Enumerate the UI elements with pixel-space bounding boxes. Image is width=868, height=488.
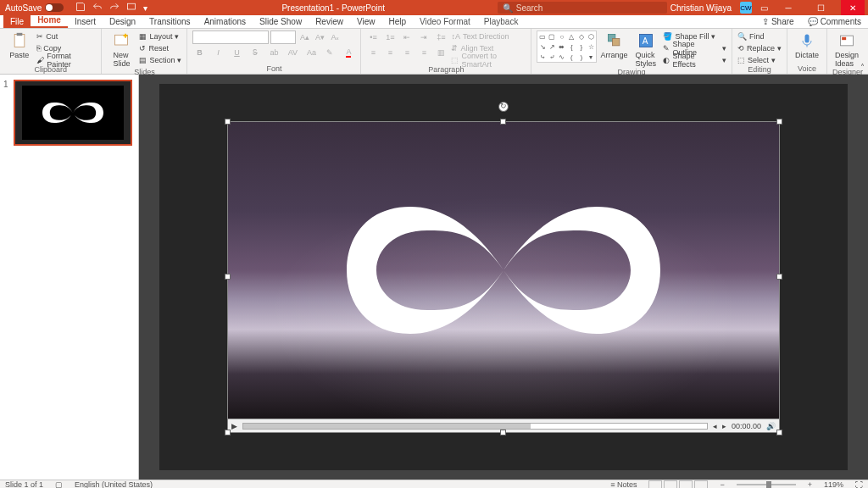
work-area: 1 ▶ ◂ ▸ xyxy=(0,75,868,480)
user-avatar[interactable]: CW xyxy=(740,2,752,14)
tab-design[interactable]: Design xyxy=(103,15,142,28)
slide-counter[interactable]: Slide 1 of 1 xyxy=(5,480,43,489)
slide-thumbnail-1[interactable] xyxy=(14,80,132,146)
maximize-button[interactable]: ☐ xyxy=(809,0,832,15)
group-voice: Dictate Voice xyxy=(787,29,827,74)
autosave-switch-icon[interactable] xyxy=(45,3,64,12)
svg-rect-5 xyxy=(612,39,619,46)
shapes-gallery[interactable]: ▭▢○△◇⬡ ↘↗⬌{}☆ ⤷⤶∿()▾ xyxy=(537,30,597,63)
resize-handle-br[interactable] xyxy=(776,430,782,435)
tab-home[interactable]: Home xyxy=(31,14,68,28)
shape-fill-icon: 🪣 xyxy=(663,32,672,41)
select-button[interactable]: ⬚Select▾ xyxy=(737,54,782,65)
design-ideas-button[interactable]: Design Ideas xyxy=(832,30,861,68)
format-painter-button[interactable]: 🖌Format Painter xyxy=(36,54,96,65)
user-name[interactable]: Christian Wijaya xyxy=(670,3,732,13)
tab-review[interactable]: Review xyxy=(309,15,350,28)
new-slide-button[interactable]: New Slide xyxy=(107,30,136,68)
undo-icon[interactable] xyxy=(92,2,103,14)
fit-to-window-icon[interactable]: ⛶ xyxy=(855,480,863,489)
search-box[interactable]: 🔍 Search xyxy=(498,2,667,14)
tab-slideshow[interactable]: Slide Show xyxy=(253,15,309,28)
volume-icon[interactable]: 🔊 xyxy=(766,422,776,430)
chevron-down-icon: ▾ xyxy=(771,56,776,64)
smartart-icon: ⬚ xyxy=(451,56,459,64)
resize-handle-tr[interactable] xyxy=(776,119,782,125)
resize-handle-tm[interactable] xyxy=(500,119,506,125)
thumb-number: 1 xyxy=(3,80,8,89)
tab-view[interactable]: View xyxy=(350,15,382,28)
zoom-level[interactable]: 119% xyxy=(824,480,843,489)
sorter-view-icon[interactable] xyxy=(664,480,677,489)
resize-handle-tl[interactable] xyxy=(225,119,231,125)
resize-handle-bm[interactable] xyxy=(500,430,506,435)
infinity-icon xyxy=(39,97,107,128)
tab-insert[interactable]: Insert xyxy=(68,15,103,28)
language-indicator[interactable]: English (United States) xyxy=(75,480,153,489)
zoom-in-icon[interactable]: + xyxy=(808,480,812,489)
qat-dropdown-icon[interactable]: ▾ xyxy=(143,3,147,13)
resize-handle-ml[interactable] xyxy=(225,274,231,280)
tab-animations[interactable]: Animations xyxy=(198,15,253,28)
resize-handle-bl[interactable] xyxy=(225,430,231,435)
redo-icon[interactable] xyxy=(109,2,120,14)
comments-button[interactable]: 💬Comments xyxy=(801,15,868,28)
autosave-toggle[interactable]: AutoSave xyxy=(0,3,69,13)
video-object[interactable]: ▶ ◂ ▸ 00:00.00 🔊 xyxy=(227,121,780,433)
replace-button[interactable]: ⟲Replace▾ xyxy=(737,42,782,53)
align-center-icon: ≡ xyxy=(383,46,397,59)
tab-file[interactable]: File xyxy=(3,15,31,28)
chevron-down-icon: ▾ xyxy=(177,56,181,64)
shape-effects-button[interactable]: ◐Shape Effects▾ xyxy=(663,54,726,65)
quick-styles-icon: A xyxy=(637,32,654,49)
group-paragraph: •≡ 1≡ ⇤ ⇥ ‡≡ ≡ ≡ ≡ ≡ ▥ ↕AText Direction … xyxy=(361,29,531,74)
tab-video-format[interactable]: Video Format xyxy=(413,15,477,28)
slide-thumbnail-pane[interactable]: 1 xyxy=(0,75,139,480)
rotate-handle[interactable] xyxy=(498,102,509,112)
zoom-out-icon[interactable]: − xyxy=(720,480,724,489)
reset-button[interactable]: ↺Reset xyxy=(139,42,181,53)
step-forward-icon[interactable]: ▸ xyxy=(722,422,726,430)
cut-button[interactable]: ✂Cut xyxy=(36,30,96,42)
align-left-icon: ≡ xyxy=(366,46,380,59)
arrange-icon xyxy=(606,32,623,49)
group-font: A▴ A▾ Aₓ B I U S̶ ab AV Aa ✎ A Font xyxy=(187,29,361,74)
group-label: Clipboard xyxy=(5,65,96,75)
search-placeholder: Search xyxy=(516,3,543,13)
layout-button[interactable]: ▦Layout▾ xyxy=(139,30,181,42)
video-progress[interactable] xyxy=(242,423,708,430)
format-painter-icon: 🖌 xyxy=(36,56,44,64)
slideshow-view-icon[interactable] xyxy=(694,480,708,489)
quick-styles-button[interactable]: A Quick Styles xyxy=(632,30,659,68)
slide-canvas[interactable]: ▶ ◂ ▸ 00:00.00 🔊 xyxy=(139,75,868,480)
save-icon[interactable] xyxy=(75,2,86,14)
title-bar: AutoSave ▾ Presentation1 - PowerPoint 🔍 … xyxy=(0,0,868,15)
step-back-icon[interactable]: ◂ xyxy=(713,422,717,430)
design-ideas-icon xyxy=(838,32,855,49)
text-direction-button: ↕AText Direction xyxy=(451,30,526,42)
zoom-slider[interactable] xyxy=(737,484,796,485)
minimize-button[interactable]: ─ xyxy=(776,0,800,15)
spellcheck-icon[interactable]: ▢ xyxy=(55,480,63,489)
close-button[interactable]: ✕ xyxy=(841,0,865,15)
ribbon-display-icon[interactable]: ▭ xyxy=(760,3,768,13)
slide-1: ▶ ◂ ▸ 00:00.00 🔊 xyxy=(159,84,848,470)
tab-playback[interactable]: Playback xyxy=(477,15,526,28)
find-button[interactable]: 🔍Find xyxy=(737,30,782,42)
play-icon[interactable]: ▶ xyxy=(231,422,237,430)
reading-view-icon[interactable] xyxy=(679,480,693,489)
normal-view-icon[interactable] xyxy=(648,480,662,489)
notes-button[interactable]: ≡ Notes xyxy=(610,480,637,489)
collapse-ribbon-icon[interactable]: ˄ xyxy=(860,63,865,72)
align-text-icon: ⇵ xyxy=(451,44,458,53)
arrange-button[interactable]: Arrange xyxy=(600,30,628,59)
share-button[interactable]: ⇪Share xyxy=(755,15,801,28)
section-button[interactable]: ▤Section▾ xyxy=(139,54,181,65)
start-from-beginning-icon[interactable] xyxy=(126,2,136,14)
tab-transitions[interactable]: Transitions xyxy=(142,15,198,28)
dictate-button[interactable]: Dictate xyxy=(793,30,821,59)
numbering-icon: 1≡ xyxy=(383,30,397,44)
resize-handle-mr[interactable] xyxy=(776,274,782,280)
tab-help[interactable]: Help xyxy=(381,15,413,28)
paste-button[interactable]: Paste xyxy=(5,30,33,59)
